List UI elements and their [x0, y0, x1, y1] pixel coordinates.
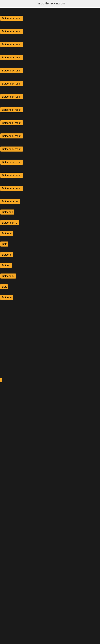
bottleneck-badge-23[interactable]: Bott: [0, 284, 8, 289]
list-item: Bottlene: [0, 252, 100, 258]
bottleneck-badge-9[interactable]: Bottleneck result: [0, 120, 23, 126]
bottleneck-badge-8[interactable]: Bottleneck result: [0, 107, 23, 112]
bottleneck-badge-12[interactable]: Bottleneck result: [0, 160, 23, 164]
list-item: Bottleneck result: [0, 107, 100, 113]
list-item: Bottlene: [0, 295, 100, 301]
list-item: Bottleneck: [0, 274, 100, 279]
list-item: Bottleneck result: [0, 120, 100, 126]
site-title: TheBottlenecker.com: [35, 2, 65, 5]
list-item: Bottleneck result: [0, 29, 100, 34]
bottleneck-badge-16[interactable]: Bottlenec: [0, 210, 14, 214]
list-item: Bottleneck result: [0, 186, 100, 192]
bottleneck-badge-4[interactable]: Bottleneck result: [0, 55, 23, 60]
bottleneck-badge-11[interactable]: Bottleneck result: [0, 146, 23, 152]
bottleneck-badge-5[interactable]: Bottleneck result: [0, 68, 23, 73]
list-item: Bottleneck result: [0, 146, 100, 152]
list-item: Bottlene: [0, 231, 100, 237]
list-item: Bottleneck result: [0, 16, 100, 22]
bottleneck-badge-2[interactable]: Bottleneck result: [0, 29, 23, 34]
bottleneck-badge-13[interactable]: Bottleneck result: [0, 173, 23, 178]
small-indicator: [0, 378, 2, 382]
list-item: Bott: [0, 242, 100, 247]
list-item: Bottleneck result: [0, 134, 100, 139]
bottleneck-badge-1[interactable]: Bottleneck result: [0, 16, 23, 21]
bottleneck-badge-18[interactable]: Bottlene: [0, 231, 13, 236]
list-item: Bottleneck result: [0, 68, 100, 74]
bottleneck-badge-15[interactable]: Bottleneck res: [0, 199, 20, 204]
list-item: Bott: [0, 284, 100, 290]
bottleneck-badge-21[interactable]: Bottlen: [0, 263, 12, 268]
list-item: Bottleneck result: [0, 173, 100, 178]
bottleneck-badge-22[interactable]: Bottleneck: [0, 274, 16, 278]
list-item: Bottleneck result: [0, 160, 100, 166]
bottom-section: [0, 302, 100, 422]
bottleneck-badge-19[interactable]: Bott: [0, 242, 8, 246]
site-header: TheBottlenecker.com: [0, 0, 100, 8]
bottleneck-badge-7[interactable]: Bottleneck result: [0, 94, 23, 99]
list-item: Bottleneck result: [0, 42, 100, 48]
bottleneck-badge-10[interactable]: Bottleneck result: [0, 134, 23, 138]
list-item: Bottlenec: [0, 210, 100, 215]
bottleneck-badge-14[interactable]: Bottleneck result: [0, 186, 23, 191]
bottleneck-badge-17[interactable]: Bottleneck re: [0, 220, 19, 225]
list-item: Bottleneck result: [0, 94, 100, 100]
list-item: Bottlen: [0, 263, 100, 269]
list-item: Bottleneck result: [0, 55, 100, 61]
bottleneck-badge-24[interactable]: Bottlene: [0, 295, 13, 300]
content-area: Bottleneck result Bottleneck result Bott…: [0, 8, 100, 425]
bottleneck-badge-20[interactable]: Bottlene: [0, 252, 13, 257]
bottleneck-badge-3[interactable]: Bottleneck result: [0, 42, 23, 47]
bottleneck-badge-6[interactable]: Bottleneck result: [0, 81, 23, 86]
list-item: Bottleneck re: [0, 220, 100, 226]
list-item: Bottleneck result: [0, 81, 100, 87]
list-item: Bottleneck res: [0, 199, 100, 205]
